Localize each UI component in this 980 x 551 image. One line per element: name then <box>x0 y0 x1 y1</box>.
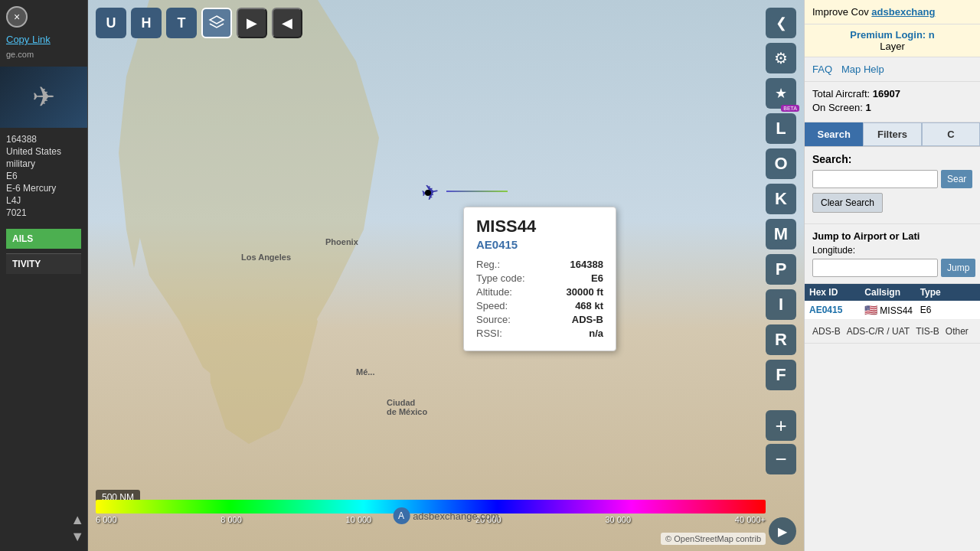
i-button[interactable]: I <box>766 289 796 320</box>
popup-speed-row: Speed: 468 kt <box>476 300 603 311</box>
l-button[interactable]: L <box>766 113 796 144</box>
m-button[interactable]: M <box>766 219 796 249</box>
type-name-value: E-6 Mercury <box>6 183 81 194</box>
color-label-4: 30 000 <box>605 515 631 524</box>
zoom-controls: + − <box>766 410 796 474</box>
icao-link[interactable]: AE0415 <box>809 305 842 315</box>
category-value: military <box>6 158 81 169</box>
zoom-out-button[interactable]: − <box>766 444 796 474</box>
map-toolbar: U H T ▶ ◀ <box>96 8 302 38</box>
result-hex-id[interactable]: AE0415 <box>809 305 864 315</box>
flag-icon: 🇺🇸 <box>864 304 877 316</box>
zoom-in-button[interactable]: + <box>766 410 796 441</box>
jump-button[interactable]: Jump <box>941 259 975 277</box>
premium-login-banner: Premium Login: n Layer <box>805 24 980 57</box>
t-button[interactable]: T <box>166 8 197 38</box>
premium-login-link[interactable]: Premium Login: n <box>850 29 935 41</box>
r-button[interactable]: R <box>766 324 796 355</box>
country-value: United States <box>6 146 81 157</box>
result-type: E6 <box>920 305 975 315</box>
tab-filters[interactable]: Filters <box>863 122 921 146</box>
type-header: Type <box>920 287 975 298</box>
search-section: Search: Sear Clear Search <box>805 147 980 224</box>
popup-reg-row: Reg.: 164388 <box>476 259 603 270</box>
faq-link[interactable]: FAQ <box>812 64 832 75</box>
map-help-link[interactable]: Map Help <box>841 64 884 75</box>
popup-callsign: MISS44 <box>476 217 603 236</box>
table-row[interactable]: AE0415 🇺🇸MISS44 E6 <box>805 301 980 320</box>
source-other: Other <box>946 326 969 337</box>
activity-button[interactable]: TIVITY <box>6 253 81 274</box>
clear-search-button[interactable]: Clear Search <box>812 193 883 213</box>
popup-altitude-value: 30000 ft <box>567 286 603 298</box>
play-button[interactable]: ▶ <box>769 517 796 545</box>
settings-button[interactable]: ⚙ <box>766 43 796 73</box>
callsign-header: Callsign <box>864 287 920 298</box>
popup-speed-label: Speed: <box>476 300 508 311</box>
f-button[interactable]: F <box>766 360 796 390</box>
plane-silhouette-icon: ✈ <box>32 81 55 113</box>
color-label-5: 40 000+ <box>735 515 766 524</box>
color-label-1: 8 000 <box>220 515 242 524</box>
back-button[interactable]: ❮ <box>766 8 796 38</box>
improve-coverage-banner: Improve Cov adsbexchang <box>805 0 980 24</box>
logo-icon: A <box>393 507 410 524</box>
city-label-mexico-city: Ciudadde México <box>387 398 427 416</box>
stats-area: Total Aircraft: 16907 On Screen: 1 <box>805 82 980 122</box>
popup-rssi-value: n/a <box>589 328 603 339</box>
beta-badge: BETA <box>781 105 799 112</box>
adsbexchange-link[interactable]: adsbexchang <box>871 6 935 18</box>
left-panel: × Copy Link ge.com ✈ 164388 United State… <box>0 0 88 551</box>
p-button[interactable]: P <box>766 254 796 285</box>
map-right-controls: ❮ ⚙ ★ BETA L O K M P I R F <box>766 8 796 390</box>
details-button[interactable]: AILS <box>6 229 81 249</box>
layers-button[interactable] <box>201 8 232 38</box>
aircraft-thumbnail: ✈ <box>0 67 87 128</box>
scroll-up-icon[interactable]: ▲ <box>70 512 84 528</box>
popup-type-label: Type code: <box>476 272 525 284</box>
layer-label: Layer <box>880 41 905 52</box>
popup-source-label: Source: <box>476 314 511 325</box>
search-input[interactable] <box>812 170 938 188</box>
source-adsc: ADS-C/R / UAT <box>847 326 910 337</box>
popup-speed-value: 468 kt <box>575 300 603 311</box>
map-area[interactable]: Los Angeles Phoenix Mé... Ciudadde Méxic… <box>88 0 804 551</box>
hex-id-header: Hex ID <box>809 287 864 298</box>
type-code-value: E6 <box>6 171 81 181</box>
source-row: ADS-B ADS-C/R / UAT TIS-B Other <box>805 320 980 344</box>
popup-source-value: ADS-B <box>572 314 603 325</box>
u-button[interactable]: U <box>96 8 126 38</box>
city-label-losangeles: Los Angeles <box>241 253 291 262</box>
left-url: ge.com <box>0 48 87 60</box>
next-button[interactable]: ▶ <box>237 8 267 38</box>
tab-search[interactable]: Search <box>805 122 863 146</box>
on-screen-value: 1 <box>865 102 871 113</box>
altitude-raw-value: 7021 <box>6 207 81 218</box>
right-panel: Improve Cov adsbexchang Premium Login: n… <box>804 0 980 551</box>
search-button[interactable]: Sear <box>941 170 972 188</box>
favorites-button[interactable]: ★ <box>766 78 796 109</box>
o-button[interactable]: O <box>766 148 796 179</box>
color-label-2: 10 000 <box>346 515 372 524</box>
popup-altitude-row: Altitude: 30000 ft <box>476 286 603 298</box>
popup-icao: AE0415 <box>476 238 603 251</box>
aircraft-trail <box>446 191 508 192</box>
scroll-down-icon[interactable]: ▼ <box>70 529 84 545</box>
close-button[interactable]: × <box>6 6 28 28</box>
copy-link[interactable]: Copy Link <box>0 31 87 48</box>
results-header: Hex ID Callsign Type <box>805 284 980 301</box>
k-button[interactable]: K <box>766 184 796 214</box>
popup-rssi-row: RSSI: n/a <box>476 328 603 339</box>
color-label-0: 6 000 <box>96 515 117 524</box>
jump-label: Jump to Airport or Lati <box>812 230 972 242</box>
on-screen-label: On Screen: <box>812 102 863 113</box>
map-svg <box>88 0 804 551</box>
search-label: Search: <box>812 153 972 165</box>
tab-extra[interactable]: C <box>922 122 980 146</box>
jump-input[interactable] <box>812 259 938 277</box>
tab-row: Search Filters C <box>805 122 980 147</box>
popup-type-row: Type code: E6 <box>476 272 603 284</box>
prev-button[interactable]: ◀ <box>272 8 302 38</box>
h-button[interactable]: H <box>131 8 162 38</box>
jump-input-row: Jump <box>812 259 972 277</box>
